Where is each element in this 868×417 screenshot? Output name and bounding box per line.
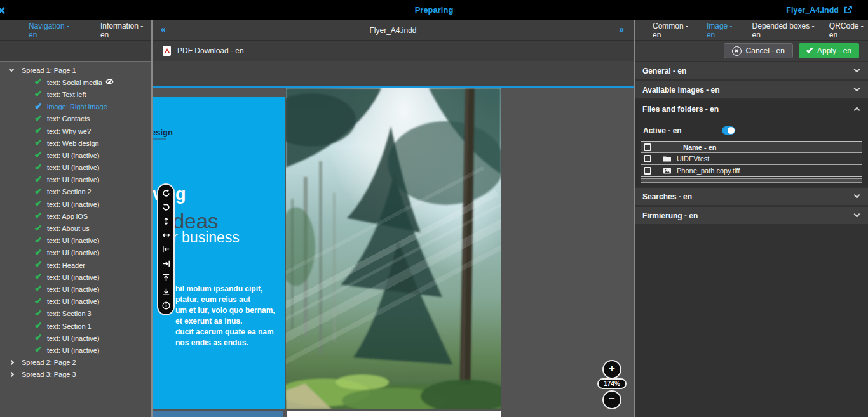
- info-icon[interactable]: [160, 300, 172, 312]
- tree-item[interactable]: text: Social media: [0, 76, 151, 88]
- tree-item[interactable]: text: Section 1: [0, 320, 151, 332]
- tree-item[interactable]: text: Section 2: [0, 186, 151, 198]
- tree-item-label: text: UI (inactive): [47, 286, 100, 293]
- section-searches[interactable]: Searches - en: [635, 188, 868, 205]
- collapse-right-icon[interactable]: »: [619, 24, 624, 34]
- zoom-in-button[interactable]: +: [602, 360, 621, 379]
- tree-item-label: text: Social media: [47, 79, 102, 86]
- tree-item[interactable]: text: App iOS: [0, 210, 151, 222]
- tree-spread-2[interactable]: Spread 2: Page 2: [0, 357, 151, 369]
- table-row[interactable]: Phone_path copy.tiff: [641, 164, 862, 176]
- align-right-icon[interactable]: [160, 258, 172, 269]
- tree-item[interactable]: text: UI (inactive): [0, 198, 151, 210]
- tab-image[interactable]: Image - en: [707, 22, 738, 39]
- chevron-down-icon: [9, 67, 14, 72]
- table-header-row: Name - en: [641, 142, 862, 152]
- tree-item[interactable]: text: UI (inactive): [0, 149, 151, 161]
- section-available-images[interactable]: Available images - en: [635, 81, 868, 98]
- resize-vertical-icon[interactable]: [160, 216, 172, 227]
- tree-item-label: text: Section 1: [47, 322, 92, 330]
- section-label: Available images - en: [642, 86, 720, 95]
- tree-item[interactable]: text: Web design: [0, 137, 151, 149]
- select-all-checkbox[interactable]: [644, 143, 651, 151]
- flyer-paragraph-line: et exerunt as inus.: [175, 316, 275, 327]
- flyer-heading-line3: r business: [173, 229, 240, 246]
- check-icon: [35, 248, 41, 255]
- apply-button[interactable]: Apply - en: [799, 43, 859, 58]
- tree-item[interactable]: text: UI (inactive): [0, 247, 151, 259]
- tree-item[interactable]: text: UI (inactive): [0, 235, 151, 247]
- row-icon: [663, 167, 672, 175]
- pdf-download-label: PDF Download - en: [177, 46, 244, 55]
- tree-item-label: image: Right image: [47, 103, 107, 110]
- tree-item[interactable]: text: UI (inactive): [0, 174, 151, 186]
- left-sidebar: Navigation - en Information - en Spread …: [0, 20, 151, 417]
- tree-item[interactable]: text: Text left: [0, 88, 151, 100]
- check-icon: [35, 187, 41, 194]
- table-row[interactable]: UIDEVtest: [641, 152, 862, 164]
- row-checkbox[interactable]: [644, 155, 651, 162]
- align-left-icon[interactable]: [160, 244, 172, 255]
- tree-item[interactable]: text: UI (inactive): [0, 271, 151, 283]
- section-firmierung[interactable]: Firmierung - en: [635, 207, 868, 224]
- tree-item[interactable]: image: Right image: [0, 101, 151, 113]
- active-label: Active - en: [643, 126, 682, 135]
- tree-item[interactable]: text: Why we?: [0, 125, 151, 137]
- align-top-icon[interactable]: [160, 272, 172, 283]
- row-checkbox[interactable]: [644, 167, 651, 175]
- active-toggle[interactable]: [722, 126, 735, 135]
- tree-item[interactable]: text: Contacts: [0, 113, 151, 125]
- rotate-ccw-icon[interactable]: [160, 201, 172, 213]
- check-icon: [35, 211, 41, 218]
- rotate-cw-icon[interactable]: [160, 187, 172, 199]
- tab-depended-boxes[interactable]: Depended boxes - en: [752, 22, 815, 39]
- check-icon: [35, 114, 41, 121]
- cancel-button[interactable]: Cancel - en: [724, 43, 793, 58]
- section-files-and-folders[interactable]: Files and folders - en: [635, 100, 868, 117]
- flyer-logo-text: esign: [153, 128, 173, 137]
- pdf-download-row[interactable]: PDF Download - en: [153, 40, 634, 61]
- flyer-paragraph-line: hil molum ipsandu cipit,: [175, 284, 275, 295]
- check-icon: [35, 309, 41, 316]
- tree-item[interactable]: text: Section 3: [0, 308, 151, 320]
- next-spread-right: [287, 411, 501, 417]
- tree-item[interactable]: text: UI (inactive): [0, 296, 151, 308]
- tree-item-label: text: Contacts: [47, 115, 90, 122]
- tab-common[interactable]: Common - en: [653, 22, 693, 39]
- resize-horizontal-icon[interactable]: [160, 230, 172, 241]
- tree-item-label: text: Text left: [47, 91, 86, 98]
- document-canvas[interactable]: esign vi g deas r business hil molum ips…: [153, 61, 634, 417]
- tab-information[interactable]: Information - en: [100, 22, 151, 39]
- chevron-up-icon: [854, 107, 860, 113]
- tree-item[interactable]: text: UI (inactive): [0, 283, 151, 295]
- toggle-knob: [728, 127, 735, 134]
- table-horizontal-scrollbar[interactable]: [641, 178, 862, 183]
- document-link[interactable]: Flyer_A4.indd: [786, 6, 839, 15]
- tree-spread-3[interactable]: Spread 3: Page 3: [0, 369, 151, 381]
- share-icon[interactable]: [843, 5, 853, 15]
- tab-navigation[interactable]: Navigation - en: [29, 22, 78, 39]
- tree-item[interactable]: text: UI (inactive): [0, 162, 151, 174]
- tree-item[interactable]: text: Header: [0, 259, 151, 271]
- tree-item[interactable]: text: UI (inactive): [0, 344, 151, 356]
- close-icon[interactable]: [0, 6, 5, 15]
- flyer-paragraph-line: ptatur, eum reius aut: [175, 295, 275, 305]
- zoom-out-button[interactable]: −: [602, 390, 621, 409]
- flyer-photo[interactable]: [286, 88, 501, 409]
- tree-item-label: text: Section 2: [47, 188, 92, 195]
- flyer-paragraph: hil molum ipsandu cipit,ptatur, eum reiu…: [175, 284, 275, 348]
- section-general[interactable]: General - en: [635, 62, 868, 79]
- tree-spread-1[interactable]: Spread 1: Page 1: [0, 64, 151, 76]
- align-bottom-icon[interactable]: [160, 286, 172, 298]
- check-icon: [35, 102, 41, 109]
- tab-qrcode[interactable]: QRCode - en: [829, 22, 868, 39]
- tree-children: text: Social media text: Text left: [0, 76, 151, 356]
- right-tab-bar: Common - en Image - en Depended boxes - …: [635, 20, 868, 40]
- table-rows: UIDEVtest Phone_path copy.tiff: [641, 152, 862, 176]
- row-name: Phone_path copy.tiff: [677, 167, 740, 175]
- left-tab-bar: Navigation - en Information - en: [0, 20, 151, 40]
- check-icon: [35, 90, 41, 97]
- tree-spread-label: Spread 3: Page 3: [22, 371, 76, 378]
- tree-item[interactable]: text: About us: [0, 222, 151, 234]
- tree-item[interactable]: text: UI (inactive): [0, 332, 151, 344]
